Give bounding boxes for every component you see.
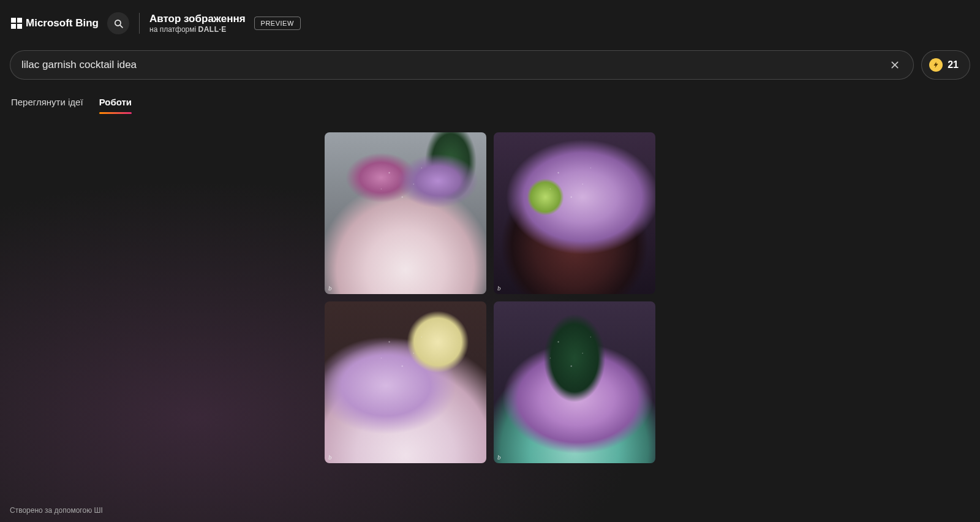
tab-works[interactable]: Роботи [99, 97, 132, 113]
divider [139, 13, 140, 34]
header-search-button[interactable] [107, 12, 129, 34]
title-block: Автор зображення на платформі DALL·E [149, 13, 246, 34]
result-image-2[interactable]: b [494, 132, 655, 294]
prompt-bar: 21 [10, 50, 970, 80]
page-title: Автор зображення [149, 13, 246, 25]
svg-line-1 [120, 25, 123, 28]
result-image-1[interactable]: b [325, 132, 486, 294]
close-icon [890, 60, 900, 70]
preview-badge: PREVIEW [254, 17, 301, 30]
results-grid: b b b b [325, 132, 655, 463]
watermark-icon: b [328, 453, 332, 461]
boost-icon [929, 58, 943, 72]
svg-point-0 [115, 20, 120, 25]
logo-text: Microsoft Bing [26, 17, 99, 29]
microsoft-icon [11, 18, 22, 29]
search-icon [113, 18, 124, 29]
page-subtitle: на платформі DALL·E [149, 25, 246, 34]
watermark-icon: b [497, 453, 501, 461]
bing-logo[interactable]: Microsoft Bing [11, 17, 99, 29]
ai-disclosure: Створено за допомогою ШІ [10, 506, 103, 515]
credits-count: 21 [948, 59, 959, 70]
result-image-4[interactable]: b [494, 301, 655, 463]
clear-prompt-button[interactable] [888, 58, 902, 72]
prompt-input[interactable] [21, 59, 888, 71]
results-area: b b b b [0, 132, 980, 463]
prompt-input-container [10, 50, 914, 80]
tab-ideas[interactable]: Переглянути ідеї [11, 97, 83, 113]
watermark-icon: b [328, 284, 332, 292]
tabs: Переглянути ідеї Роботи [0, 97, 980, 114]
watermark-icon: b [497, 284, 501, 292]
result-image-3[interactable]: b [325, 301, 486, 463]
credits-pill[interactable]: 21 [921, 50, 970, 80]
app-header: Microsoft Bing Автор зображення на платф… [0, 0, 980, 47]
